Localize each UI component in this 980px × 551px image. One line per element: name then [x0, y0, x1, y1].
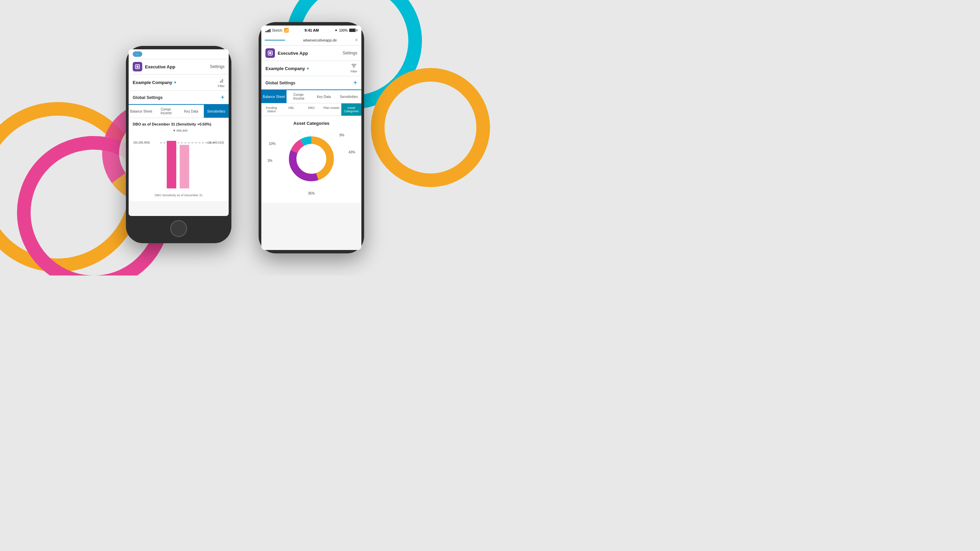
signal-bars-icon	[266, 28, 270, 32]
left-screen-content: ··· Executive App Settings	[129, 49, 229, 216]
url-close-button[interactable]: ×	[355, 37, 358, 43]
right-status-right: ✦ 100%	[334, 28, 357, 33]
right-subtab-plan-assets[interactable]: Plan Assets	[321, 103, 341, 116]
right-main-tabs: Balance Sheet Compr. Income Key Data Sen…	[261, 90, 361, 103]
left-bar-2	[180, 145, 189, 189]
left-phone-screen: ··· Executive App Settings	[129, 49, 229, 216]
left-chart-section: DBO as of December 31 (Sensitivity +0.50…	[129, 118, 229, 201]
stub-button[interactable]: ···	[133, 51, 142, 57]
left-company-chevron-icon: ▾	[174, 81, 176, 84]
right-subtab-funding-status[interactable]: Funding Status	[261, 103, 282, 116]
right-subtab-asset-categories[interactable]: Asset Categories	[341, 103, 361, 116]
right-url-bar: wtwexecutiveapp.de ×	[261, 35, 361, 46]
right-tab-balance-sheet[interactable]: Balance Sheet	[261, 90, 286, 103]
left-tab-key-data[interactable]: Key Data	[179, 105, 204, 118]
pct-label-10: 10%	[269, 142, 275, 146]
svg-rect-3	[269, 52, 271, 54]
right-tab-sensitivities[interactable]: Sensitivities	[337, 90, 362, 103]
left-app-header: Executive App Settings	[129, 59, 229, 75]
left-dbo-chart: ▼ 896,940 (30,296,950) (29,400,010)	[133, 129, 224, 197]
right-donut-container: 9% 10% 3% 43% 35%	[265, 130, 358, 198]
right-app-name: Executive App	[278, 51, 343, 56]
phones-wrapper: ··· Executive App Settings	[0, 0, 490, 275]
left-add-settings-button[interactable]: +	[221, 94, 224, 102]
left-tab-compr-income[interactable]: Compr. Income	[154, 105, 179, 118]
left-company-name[interactable]: Example Company ▾	[133, 80, 218, 85]
right-subtab-dbo[interactable]: DBO	[301, 103, 321, 116]
bluetooth-icon: ✦	[334, 28, 337, 33]
right-company-bar: Example Company ▾ Filter	[261, 61, 361, 76]
left-company-bar: Example Company ▾ ⊿ Filter	[129, 75, 229, 91]
right-tab-key-data[interactable]: Key Data	[311, 90, 337, 103]
url-text[interactable]: wtwexecutiveapp.de	[288, 38, 352, 42]
left-global-settings: Global Settings +	[129, 91, 229, 105]
left-bar-1	[167, 141, 176, 189]
left-filter-icon: ⊿	[219, 77, 224, 84]
url-progress-bar	[265, 40, 285, 40]
right-app-header: Executive App Settings	[261, 46, 361, 61]
carrier-label: Sketch	[272, 29, 282, 32]
right-status-time: 9:41 AM	[305, 28, 319, 32]
left-settings-link[interactable]: Settings	[210, 64, 224, 69]
battery-pct: 100%	[339, 29, 348, 32]
left-tabs: Balance Sheet Compr. Income Key Data Sen…	[129, 105, 229, 118]
right-status-bar: Sketch 📶 9:41 AM ✦ 100%	[261, 25, 361, 35]
right-subtab-dbl[interactable]: DBL	[282, 103, 301, 116]
pct-label-9: 9%	[340, 133, 344, 137]
left-chart-top-value: ▼ 896,940	[172, 129, 188, 132]
left-chart-right-value: (29,400,010)	[208, 141, 224, 144]
pct-label-3: 3%	[267, 159, 272, 163]
pct-label-43: 43%	[348, 150, 355, 154]
left-top-stub: ···	[129, 49, 229, 59]
left-chart-title: DBO as of December 31 (Sensitivity +0.50…	[133, 122, 224, 126]
right-asset-section: Asset Categories 9% 10% 3% 43% 35%	[261, 116, 361, 203]
right-filter-button[interactable]: Filter	[350, 64, 357, 73]
right-filter-icon	[351, 64, 356, 70]
battery-icon	[349, 29, 357, 32]
left-chart-bars	[167, 141, 189, 189]
left-chart-x-label: DBO Sensitivity as of December 31	[133, 194, 224, 197]
wifi-icon: 📶	[284, 28, 289, 33]
left-filter-button[interactable]: ⊿ Filter	[218, 77, 224, 88]
right-add-settings-button[interactable]: +	[353, 79, 357, 87]
left-global-settings-label: Global Settings	[133, 95, 221, 100]
donut-chart-svg	[286, 133, 337, 184]
left-phone: ··· Executive App Settings	[126, 46, 231, 243]
left-app-logo-icon	[133, 62, 142, 71]
right-global-settings: Global Settings +	[261, 76, 361, 90]
right-app-logo-icon	[266, 48, 275, 58]
left-home-button[interactable]	[170, 220, 187, 237]
left-app-name: Executive App	[145, 64, 210, 69]
right-phone: Sketch 📶 9:41 AM ✦ 100%	[259, 22, 364, 253]
right-company-chevron-icon: ▾	[307, 67, 309, 70]
right-company-name[interactable]: Example Company ▾	[266, 66, 350, 71]
left-tab-sensitivities[interactable]: Sensitivities	[204, 105, 229, 118]
left-tab-balance-sheet[interactable]: Balance Sheet	[129, 105, 154, 118]
right-asset-title: Asset Categories	[265, 121, 358, 126]
right-sub-tabs: Funding Status DBL DBO Plan Assets Asset…	[261, 103, 361, 116]
svg-rect-1	[137, 66, 138, 68]
right-settings-link[interactable]: Settings	[343, 51, 357, 56]
right-tab-compr-income[interactable]: Compr. Income	[286, 90, 312, 103]
right-phone-screen: Sketch 📶 9:41 AM ✦ 100%	[261, 25, 361, 250]
right-global-settings-label: Global Settings	[266, 81, 353, 86]
pct-label-35: 35%	[308, 192, 315, 195]
left-chart-left-value: (30,296,950)	[134, 141, 150, 144]
right-status-left: Sketch 📶	[266, 28, 289, 33]
